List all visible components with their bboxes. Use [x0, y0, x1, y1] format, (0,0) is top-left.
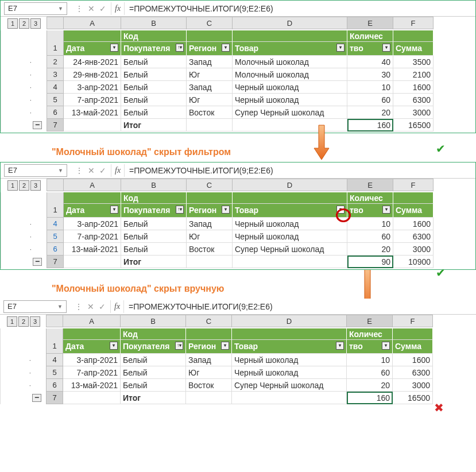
filter-icon[interactable]: ▾ — [222, 206, 230, 214]
outline-level-buttons[interactable]: 123 — [5, 179, 43, 192]
total-qty[interactable]: 160 — [347, 392, 393, 404]
filter-sort-icon[interactable]: ↑▾ — [176, 44, 184, 52]
header-qty[interactable]: тво▾ — [347, 340, 393, 354]
cell-sum[interactable]: 1600 — [393, 218, 434, 230]
row-header-7[interactable]: 7 — [47, 256, 64, 268]
fx-label[interactable]: fx — [110, 300, 124, 313]
cell-buyer[interactable]: Белый — [121, 230, 187, 243]
row-header-7[interactable]: 7 — [46, 392, 63, 404]
cell-buyer[interactable]: Белый — [121, 94, 187, 106]
filter-icon[interactable]: ▾ — [336, 342, 344, 350]
filter-sort-icon[interactable]: ↑▾ — [176, 206, 184, 214]
col-header-A[interactable]: A — [64, 179, 121, 191]
col-header-D[interactable]: D — [233, 179, 347, 191]
col-header-B[interactable]: B — [121, 315, 186, 327]
total-qty[interactable]: 90 — [347, 256, 393, 268]
header-sum[interactable]: Сумма▾ — [393, 42, 434, 56]
col-header-D[interactable]: D — [232, 315, 347, 327]
filter-sort-icon[interactable]: ↑▾ — [175, 342, 183, 350]
cell-buyer[interactable]: Белый — [121, 68, 187, 81]
cell-qty[interactable]: 20 — [347, 243, 393, 256]
cell-product[interactable]: Черный шоколад — [233, 81, 347, 94]
cell-region[interactable]: Восток — [187, 243, 233, 256]
formula-input[interactable]: =ПРОМЕЖУТОЧНЫЕ.ИТОГИ(9;E2:E6) — [124, 302, 273, 311]
cell-region[interactable]: Восток — [187, 106, 233, 119]
cell-buyer[interactable]: Белый — [121, 379, 186, 392]
row-header[interactable]: 2 — [47, 56, 64, 68]
dots-icon[interactable]: ⋮ — [75, 166, 83, 175]
formula-input[interactable]: =ПРОМЕЖУТОЧНЫЕ.ИТОГИ(9;E2:E6) — [125, 166, 273, 175]
name-box[interactable]: E7▼ — [4, 164, 67, 177]
cell-region[interactable]: Запад — [186, 354, 232, 366]
filter-icon[interactable]: ▾ — [110, 342, 118, 350]
cell-region[interactable]: Юг — [187, 68, 233, 81]
row-header[interactable]: 6 — [47, 243, 64, 256]
cell-region[interactable]: Запад — [187, 218, 233, 230]
cell-date[interactable]: 7-апр-2021 — [63, 366, 121, 379]
cell-product[interactable]: Черный шоколад — [233, 218, 347, 230]
col-header-A[interactable]: A — [63, 315, 121, 327]
header-qty[interactable]: тво▾ — [347, 42, 393, 56]
col-header-D[interactable]: D — [233, 17, 347, 29]
row-header[interactable]: 6 — [46, 379, 63, 392]
cell-sum[interactable]: 2100 — [393, 68, 434, 81]
cancel-icon[interactable]: ✕ — [88, 4, 95, 13]
cell-product[interactable]: Супер Черный шоколад — [232, 379, 347, 392]
header-date[interactable]: Дата▾ — [64, 42, 121, 56]
header-product[interactable]: Товар▾ — [233, 204, 347, 218]
cell-product[interactable]: Черный шоколад — [232, 354, 347, 366]
header-product[interactable]: Товар▾ — [232, 340, 347, 354]
collapse-button[interactable]: − — [33, 258, 42, 266]
cell-date[interactable]: 7-апр-2021 — [64, 230, 121, 243]
header-sum[interactable]: Сумма▾ — [393, 340, 433, 354]
cell-buyer[interactable]: Белый — [121, 243, 187, 256]
cell-sum[interactable]: 3000 — [393, 106, 434, 119]
cell-qty[interactable]: 60 — [347, 230, 393, 243]
name-box[interactable]: E7▼ — [4, 2, 67, 15]
cell-product[interactable]: Молочный шоколад — [233, 68, 347, 81]
col-header-F[interactable]: F — [393, 17, 434, 29]
cell-product[interactable]: Черный шоколад — [232, 366, 347, 379]
header-region[interactable]: Регион▾ — [187, 204, 233, 218]
header-buyer[interactable]: Покупателя↑▾ — [121, 204, 187, 218]
cell-qty[interactable]: 10 — [347, 218, 393, 230]
cell-sum[interactable]: 6300 — [393, 94, 434, 106]
dots-icon[interactable]: ⋮ — [75, 4, 83, 13]
cell-date[interactable]: 3-апр-2021 — [63, 354, 121, 366]
cell-product[interactable]: Молочный шоколад — [233, 56, 347, 68]
cell-qty[interactable]: 40 — [347, 56, 393, 68]
cell-region[interactable]: Юг — [187, 94, 233, 106]
filter-icon[interactable]: ▾ — [110, 206, 118, 214]
col-header-A[interactable]: A — [64, 17, 121, 29]
row-header-7[interactable]: 7 — [47, 119, 64, 131]
filter-icon[interactable]: ▾ — [382, 342, 390, 350]
header-date[interactable]: Дата▾ — [64, 204, 121, 218]
row-header[interactable]: 5 — [47, 230, 64, 243]
cell-qty[interactable]: 20 — [347, 379, 393, 392]
col-header-F[interactable]: F — [393, 179, 434, 191]
cell-date[interactable]: 13-май-2021 — [63, 379, 121, 392]
outline-level-buttons[interactable]: 123 — [5, 315, 42, 328]
fx-label[interactable]: fx — [111, 2, 125, 15]
chevron-down-icon[interactable]: ▼ — [58, 6, 63, 11]
filter-icon[interactable]: ▾ — [336, 44, 345, 52]
header-region[interactable]: Регион▾ — [187, 42, 233, 56]
row-header[interactable]: 6 — [47, 106, 64, 119]
cell-sum[interactable]: 3000 — [393, 243, 434, 256]
cell-product[interactable]: Супер Черный шоколад — [233, 243, 347, 256]
total-qty[interactable]: 160 — [347, 119, 393, 131]
col-header-E[interactable]: E — [347, 315, 393, 327]
cell-buyer[interactable]: Белый — [121, 354, 186, 366]
row-header[interactable]: 4 — [46, 354, 63, 366]
cell-buyer[interactable]: Белый — [121, 366, 186, 379]
cell-sum[interactable]: 3000 — [393, 379, 433, 392]
cell-region[interactable]: Запад — [187, 81, 233, 94]
cell-sum[interactable]: 3500 — [393, 56, 434, 68]
fx-label[interactable]: fx — [111, 164, 125, 177]
cell-date[interactable]: 3-апр-2021 — [64, 81, 121, 94]
dots-icon[interactable]: ⋮ — [75, 302, 83, 311]
cell-date[interactable]: 24-янв-2021 — [64, 56, 121, 68]
collapse-button[interactable]: − — [33, 121, 42, 129]
col-header-C[interactable]: C — [187, 17, 233, 29]
formula-input[interactable]: =ПРОМЕЖУТОЧНЫЕ.ИТОГИ(9;E2:E6) — [125, 4, 273, 13]
